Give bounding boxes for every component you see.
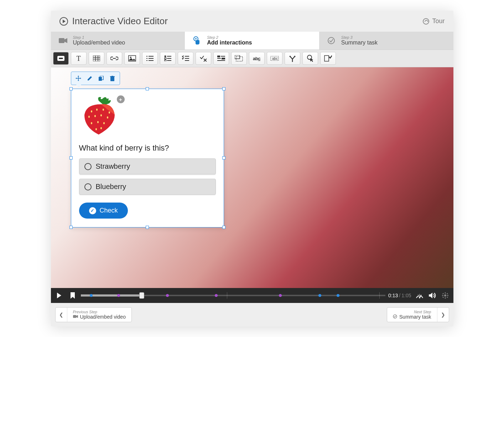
svg-point-24 [164, 60, 166, 62]
svg-rect-74 [442, 293, 443, 294]
copy-button[interactable] [95, 73, 107, 83]
svg-point-53 [88, 116, 90, 118]
resize-handle[interactable] [69, 156, 73, 159]
resize-handle[interactable] [146, 226, 149, 229]
step-tab-interactions[interactable]: Step 2 Add interactions [185, 32, 319, 49]
option-label: Blueberry [96, 183, 126, 191]
tool-label-button[interactable] [53, 52, 69, 65]
svg-point-2 [195, 38, 197, 40]
resize-handle[interactable] [69, 226, 73, 229]
svg-point-65 [418, 295, 419, 295]
steps-tabs: Step 1 Upload/embed video Step 2 Add int… [51, 32, 453, 49]
svg-rect-5 [59, 58, 63, 59]
answer-option[interactable]: Blueberry [79, 179, 216, 195]
step-tab-upload[interactable]: Step 1 Upload/embed video [51, 32, 185, 49]
resize-handle[interactable] [69, 87, 73, 90]
video-camera-icon [58, 36, 68, 46]
svg-rect-75 [446, 293, 448, 294]
tool-questionnaire[interactable] [320, 52, 336, 65]
svg-rect-41 [324, 56, 329, 61]
play-circle-icon [59, 17, 68, 26]
svg-point-51 [103, 109, 104, 111]
tool-drag-drop[interactable] [231, 52, 247, 65]
svg-rect-46 [110, 77, 114, 81]
step-label: Step 1 [73, 35, 125, 40]
header-bar: Interactive Video Editor Tour [51, 11, 453, 32]
svg-rect-77 [446, 297, 448, 298]
svg-point-20 [164, 56, 166, 57]
tour-button[interactable]: Tour [423, 17, 445, 25]
svg-point-59 [103, 122, 105, 124]
answer-option[interactable]: Strawberry [79, 158, 216, 174]
tour-label: Tour [432, 17, 445, 25]
edit-button[interactable] [84, 73, 95, 83]
nav-name: Summary task [393, 314, 431, 320]
play-icon [57, 293, 61, 298]
add-image-button[interactable]: + [117, 95, 125, 103]
video-canvas[interactable]: + What kind of berry is this? Strawberry… [51, 67, 453, 288]
interaction-card[interactable]: + What kind of berry is this? Strawberry… [71, 89, 224, 227]
check-label: Check [100, 207, 118, 214]
selection-context-toolbar [71, 72, 120, 85]
nav-label: Next Step [393, 310, 431, 314]
resize-handle[interactable] [222, 226, 225, 229]
resize-handle[interactable] [222, 87, 225, 90]
svg-point-56 [107, 116, 108, 119]
timeline-marker[interactable] [215, 294, 218, 297]
next-step-button[interactable]: Next Step Summary task ❯ [387, 307, 449, 322]
tool-crossroads[interactable] [285, 52, 300, 65]
tool-drag-text[interactable]: abc [267, 52, 282, 65]
check-button[interactable]: ✓ Check [79, 203, 128, 219]
svg-rect-48 [111, 76, 113, 77]
compass-icon [423, 18, 429, 25]
tool-mark-words[interactable]: abc [249, 52, 265, 65]
timeline-marker[interactable] [279, 294, 282, 297]
timeline-handle[interactable] [139, 292, 144, 299]
question-image: + [79, 95, 122, 136]
prev-step-button[interactable]: ❮ Previous Step Upload/embed video [55, 307, 132, 322]
delete-button[interactable] [107, 73, 118, 83]
time-separator: / [399, 293, 400, 298]
svg-point-68 [422, 297, 422, 297]
duration: 1:05 [401, 293, 411, 298]
tool-table[interactable] [89, 52, 104, 65]
step-label: Step 3 [341, 35, 378, 40]
move-button[interactable] [73, 73, 84, 83]
app-window: Interactive Video Editor Tour Step 1 Upl… [51, 11, 453, 326]
chevron-right-icon: ❯ [437, 308, 449, 322]
resize-handle[interactable] [146, 87, 149, 90]
option-label: Strawberry [96, 162, 130, 171]
step-label: Step 2 [207, 35, 252, 40]
play-button[interactable] [54, 290, 64, 301]
timeline[interactable] [81, 290, 386, 301]
tool-multiple-choice[interactable] [178, 52, 193, 65]
strawberry-icon [79, 95, 122, 136]
tool-fill-blanks[interactable] [213, 52, 229, 65]
settings-button[interactable] [440, 290, 451, 301]
app-title-text: Interactive Video Editor [72, 16, 168, 27]
volume-button[interactable] [427, 290, 438, 301]
tool-text[interactable]: T [71, 52, 87, 65]
playback-rate-button[interactable] [414, 290, 425, 301]
check-circle-icon [326, 36, 336, 46]
check-circle-icon: ✓ [89, 207, 96, 214]
tool-navigation-hotspot[interactable] [302, 52, 318, 65]
svg-point-66 [419, 294, 420, 295]
tool-true-false[interactable] [196, 52, 211, 65]
interaction-toolbar: T abc abc [51, 49, 453, 67]
svg-point-55 [100, 114, 102, 116]
bookmark-button[interactable] [67, 290, 78, 301]
tool-statements[interactable] [142, 52, 158, 65]
tool-image[interactable] [124, 52, 140, 65]
tool-single-choice[interactable] [160, 52, 176, 65]
resize-handle[interactable] [222, 156, 225, 159]
svg-point-58 [97, 121, 99, 123]
tool-link[interactable] [106, 52, 122, 65]
step-tab-summary[interactable]: Step 3 Summary task [319, 32, 453, 49]
svg-point-69 [444, 294, 446, 297]
timeline-marker[interactable] [318, 294, 321, 297]
timeline-marker[interactable] [166, 294, 169, 297]
svg-rect-71 [445, 297, 446, 299]
svg-rect-78 [73, 315, 76, 318]
svg-point-64 [417, 297, 417, 297]
